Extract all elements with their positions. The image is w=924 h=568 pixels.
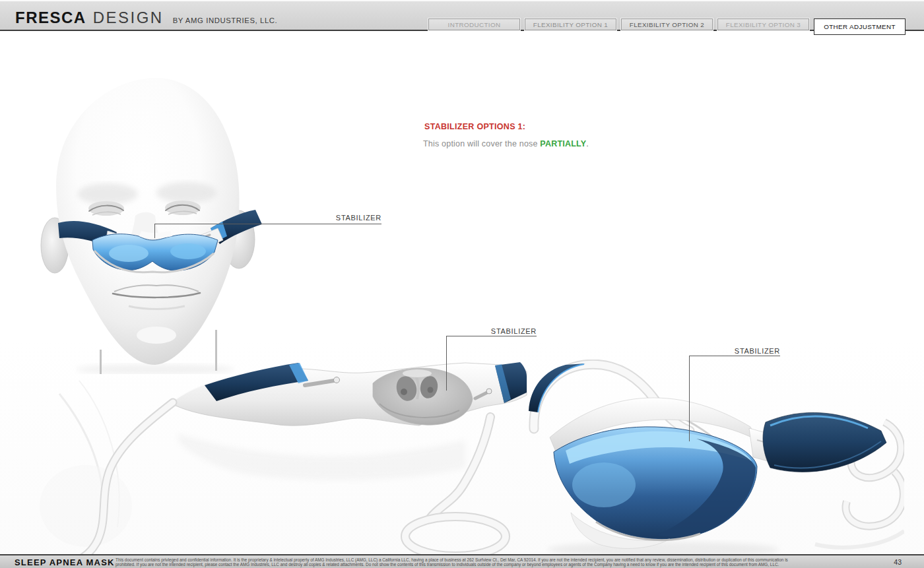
tab-flexibility-option-3[interactable]: FLEXIBILITY OPTION 3 <box>717 18 809 30</box>
callout-stabilizer-1-label: STABILIZER <box>290 214 381 222</box>
brand-primary: FRESCA <box>15 9 86 27</box>
callout-stabilizer-1-leader-line <box>154 224 381 224</box>
brand-byline: BY AMG INDUSTRIES, LLC. <box>173 16 278 24</box>
tab-flexibility-option-1[interactable]: FLEXIBILITY OPTION 1 <box>525 18 616 30</box>
callout-stabilizer-3-label: STABILIZER <box>689 347 780 355</box>
footer-bar: SLEEP APNEA MASK This document contains … <box>0 554 924 568</box>
description-prefix: This option will cover the nose <box>423 139 540 148</box>
callout-stabilizer-2-label: STABILIZER <box>446 327 537 335</box>
callout-stabilizer-2-leader-line <box>446 336 537 336</box>
description-suffix: . <box>586 139 589 148</box>
legal-disclaimer: This document contains privleged and con… <box>116 557 815 567</box>
page-number: 43 <box>894 558 902 566</box>
brand: FRESCA DESIGN BY AMG INDUSTRIES, LLC. <box>15 1 277 31</box>
side-arm <box>749 412 886 472</box>
air-tube <box>79 402 506 559</box>
mask-side-svg <box>40 354 528 560</box>
section-description: This option will cover the nose PARTIALL… <box>423 139 589 148</box>
callout-stabilizer-2-leader-drop <box>446 336 447 391</box>
mask-perspective-svg <box>525 360 904 557</box>
mask-perspective-render <box>525 360 904 557</box>
product-name: SLEEP APNEA MASK <box>15 557 115 567</box>
callout-stabilizer-3-leader-drop <box>689 356 690 441</box>
tab-introduction[interactable]: INTRODUCTION <box>428 18 520 30</box>
mask-band <box>170 362 527 426</box>
legal-line-2: prohibited. If you are not the intended … <box>116 562 815 567</box>
description-highlight: PARTIALLY <box>540 139 586 148</box>
legal-line-1: This document contains privleged and con… <box>116 557 815 563</box>
left-eye <box>88 201 124 216</box>
mask-side-render <box>40 354 528 560</box>
brand-secondary: DESIGN <box>93 9 164 27</box>
tab-flexibility-option-2[interactable]: FLEXIBILITY OPTION 2 <box>621 18 713 30</box>
callout-stabilizer-3-leader-line <box>689 356 780 356</box>
callout-stabilizer-1-leader-drop <box>154 224 155 238</box>
tab-other-adjustment[interactable]: OTHER ADJUSTMENT <box>814 18 906 35</box>
mask-body <box>548 398 886 557</box>
tab-bar: INTRODUCTION FLEXIBILITY OPTION 1 FLEXIB… <box>428 18 906 35</box>
slide-page: FRESCA DESIGN BY AMG INDUSTRIES, LLC. IN… <box>0 0 924 568</box>
section-title: STABILIZER OPTIONS 1: <box>424 122 525 131</box>
right-eye <box>165 201 201 215</box>
